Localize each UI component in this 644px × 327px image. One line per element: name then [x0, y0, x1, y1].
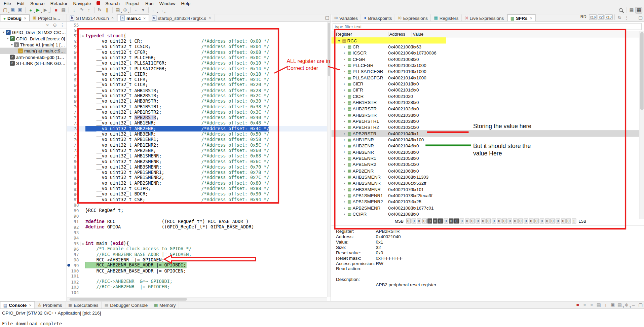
run-button[interactable]: ▶ — [35, 7, 42, 13]
forward-button[interactable]: → — [158, 7, 165, 13]
code-line-94[interactable]: 94 — [67, 235, 327, 241]
expander-icon[interactable]: › — [343, 193, 346, 197]
open-console-button[interactable]: ⊕ — [623, 301, 630, 308]
code-line-69[interactable]: 69 __vo uint32_t AHB3RSTR;/*Address offs… — [67, 99, 327, 104]
marker-bar[interactable] — [67, 142, 71, 148]
code-line-71[interactable]: 71 __vo uint32_t APB1RSTR2;/*Address off… — [67, 110, 327, 115]
restart-button[interactable]: ↻ — [96, 7, 103, 13]
code-line-70[interactable]: 70 __vo uint32_t APB1RSTR1;/*Address off… — [67, 104, 327, 109]
code-line-98[interactable]: 98 RCC->AHB2ENR |= GPIOAEN; — [67, 257, 327, 262]
console-tab-executables[interactable]: ▦Executables — [65, 301, 102, 308]
marker-bar[interactable] — [67, 290, 71, 295]
code-line-93[interactable]: 93 — [67, 230, 327, 235]
sfr-row-ahb3smenr[interactable]: ›▦AHB3SMENR0x400210700x101 — [332, 186, 639, 192]
sfrs-tab-registers[interactable]: ▦Registers — [431, 14, 462, 22]
expander-icon[interactable]: › — [343, 169, 346, 173]
expander-icon[interactable]: ▾ — [337, 38, 341, 42]
minimize-button[interactable]: – — [630, 301, 637, 308]
expander-icon[interactable]: › — [343, 63, 346, 67]
marker-bar[interactable] — [67, 170, 71, 175]
code-line-80[interactable]: 80 __vo uint32_t AHB2SMENR;/*Address off… — [67, 159, 327, 164]
marker-bar[interactable] — [67, 132, 71, 137]
sfr-filter-input[interactable] — [333, 23, 641, 30]
column-header-register[interactable]: Register — [332, 32, 388, 37]
menu-item-navigate[interactable]: Navigate — [70, 0, 94, 6]
sfr-row-apb2enr[interactable]: ›▦APB2ENR0x400210600x0 — [332, 168, 639, 174]
sfr-row-apb1rstr2[interactable]: ›▦APB1RSTR20x4002103c0x0 — [332, 124, 639, 130]
marker-bar[interactable] — [67, 55, 71, 60]
step-return-button[interactable]: ↑ — [85, 7, 92, 13]
sfr-row-cier[interactable]: ›▦CIER0x400210180x0 — [332, 81, 639, 87]
sfr-row-pllsai1cfgr[interactable]: ›▦PLLSAI1CFGR0x400210100x1000 — [332, 68, 639, 74]
maximize-button[interactable]: ▢ — [637, 301, 644, 308]
expander-icon[interactable]: › — [343, 132, 346, 136]
menu-item-window[interactable]: Window — [156, 0, 178, 6]
console-tab-debugger-console[interactable]: ▤Debugger Console — [102, 301, 151, 308]
sfr-row-cifr[interactable]: ›▦CIFR0x4002101c0x0 — [332, 87, 639, 93]
menu-item-file[interactable]: File — [1, 0, 14, 6]
marker-bar[interactable] — [67, 44, 71, 49]
minimize-button[interactable]: – — [317, 14, 324, 21]
editor-tab-main-c[interactable]: cmain.c× — [117, 14, 149, 22]
console-tab-memory[interactable]: ▦Memory — [151, 301, 179, 308]
marker-bar[interactable] — [67, 22, 71, 28]
expander-icon[interactable]: ▾ — [10, 43, 14, 46]
remove-all-terminated-button[interactable]: × — [588, 301, 595, 308]
menu-item-project[interactable]: Project — [122, 0, 142, 6]
marker-bar[interactable] — [67, 164, 71, 170]
console-tab-problems[interactable]: ⚠Problems — [35, 301, 65, 308]
code-line-95[interactable]: 95⊖int main (void){ — [67, 241, 327, 246]
minimize-button[interactable]: – — [630, 14, 637, 21]
code-line-97[interactable]: 97 //RCC_AHB2ENR_BASE_ADDR |= GPIOAEN; — [67, 252, 327, 257]
expander-icon[interactable]: › — [343, 187, 346, 191]
marker-bar[interactable] — [67, 82, 71, 88]
marker-bar[interactable] — [67, 219, 71, 224]
code-line-104[interactable]: 104 — [67, 290, 327, 295]
marker-bar[interactable] — [67, 252, 71, 257]
sfr-row-ahb2enr[interactable]: ›▦AHB2ENR0x4002104c0x0 — [332, 143, 639, 149]
marker-bar[interactable] — [67, 39, 71, 44]
marker-bar[interactable] — [67, 208, 71, 213]
expander-icon[interactable]: › — [343, 82, 346, 86]
code-line-60[interactable]: 60 __vo uint32_t CFGR;/*Address offset: … — [67, 49, 327, 55]
code-line-61[interactable]: 61 __vo uint32_t PLLCFGR;/*Address offse… — [67, 55, 327, 60]
marker-bar[interactable] — [67, 159, 71, 164]
code-line-90[interactable]: 90 — [67, 213, 327, 219]
expander-icon[interactable]: ▾ — [2, 30, 6, 34]
marker-bar[interactable] — [67, 137, 71, 142]
debug-tree-item-thread-1-main-1-core[interactable]: ▾TThread #1 [main] 1 [core — [0, 41, 67, 47]
code-line-74[interactable]: 74 __vo uint32_t AHB2ENR;/*Address offse… — [67, 126, 327, 131]
sfr-row-pllsai2cfgr[interactable]: ›▦PLLSAI2CFGR0x400210140x1000 — [332, 75, 639, 81]
expander-icon[interactable]: › — [343, 199, 346, 204]
marker-bar[interactable] — [67, 153, 71, 159]
expander-icon[interactable]: › — [343, 88, 346, 92]
menu-item-search[interactable]: Search — [103, 0, 123, 6]
dec-format-button[interactable]: x10 — [605, 14, 613, 20]
debug-tab-project-e[interactable]: ▣Project E... — [30, 14, 63, 22]
marker-bar[interactable] — [67, 126, 71, 131]
collapse-all-button[interactable]: ⊖ — [51, 22, 59, 29]
step-into-button[interactable]: ↓ — [71, 7, 78, 13]
scrollbar-thumb[interactable] — [640, 32, 644, 110]
code-line-79[interactable]: 79 __vo uint32_t AHB1SMENR;/*Address off… — [67, 153, 327, 159]
terminate-button[interactable]: ■ — [574, 301, 581, 308]
expander-icon[interactable]: › — [343, 212, 346, 216]
sfr-row-ahb2smenr[interactable]: ›▦AHB2SMENR0x4002106c0x532ff — [332, 180, 639, 186]
console-output-area[interactable]: GPIO_Drivr [STM32 C/C++ Application] [pi… — [0, 309, 644, 327]
expander-icon[interactable]: › — [343, 94, 346, 98]
save-button[interactable]: ▣ — [9, 7, 16, 13]
marker-bar[interactable] — [67, 175, 71, 181]
marker-bar[interactable] — [67, 246, 71, 252]
editor-tab-startup-stm32l476rgtx-s[interactable]: Sstartup_stm32l476rgtx.s× — [149, 14, 214, 22]
marker-bar[interactable] — [67, 110, 71, 115]
sfr-row-cicr[interactable]: ›▦CICR0x40021020 — [332, 93, 639, 99]
expander-icon[interactable]: › — [343, 45, 346, 49]
external-tools-button[interactable]: ▶ — [42, 7, 49, 13]
marker-bar[interactable] — [67, 197, 71, 203]
code-line-75[interactable]: 75 __vo uint32_t AHB3ENR;/*Address offse… — [67, 132, 327, 137]
marker-bar[interactable] — [67, 28, 71, 33]
close-icon[interactable]: × — [29, 303, 32, 307]
code-line-99[interactable]: 99 RCC_AHB2ENR_BASE_ADDR |= GPIOBDI; — [67, 262, 327, 268]
sfr-row-ahb3enr[interactable]: ›▦AHB3ENR0x400210500x0 — [332, 149, 639, 155]
fold-margin[interactable]: ⊖ — [80, 241, 85, 245]
